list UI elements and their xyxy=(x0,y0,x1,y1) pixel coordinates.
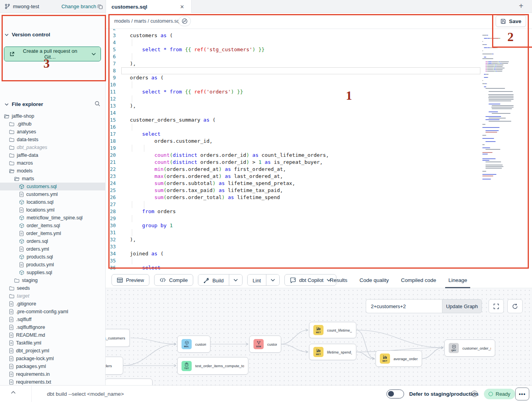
code-line-33[interactable]: 33 xyxy=(106,243,532,250)
code-line-17[interactable]: 17 select xyxy=(106,131,532,138)
tree-item-readme-md[interactable]: README.md xyxy=(0,331,105,339)
update-graph-button[interactable]: Update Graph xyxy=(442,299,482,313)
copilot-circle-button[interactable] xyxy=(178,16,191,26)
tree-item-orders-yml[interactable]: orders.yml xyxy=(0,245,105,253)
tree-item-customers-sql[interactable]: customers.sql xyxy=(0,183,105,190)
tree-item-analyses[interactable]: analyses xyxy=(0,128,105,136)
tab-lineage[interactable]: Lineage xyxy=(448,272,467,288)
code-line-18[interactable]: 18 orders.customer_id, xyxy=(106,138,532,145)
lint-dropdown[interactable] xyxy=(266,275,279,285)
code-line-28[interactable]: 28 from orders xyxy=(106,208,532,215)
tree-item-taskfile-yml[interactable]: Taskfile.yml xyxy=(0,339,105,347)
lineage-node-customer-order-metrics[interactable]: QRYcustomer_order_metrics xyxy=(444,339,495,357)
close-tab-icon[interactable]: ✕ xyxy=(178,3,186,11)
code-line-23[interactable]: 23 max(orders.ordered_at) as last_ordere… xyxy=(106,173,532,180)
code-line-3[interactable]: 3customers as ( xyxy=(106,32,532,39)
tree-item-order-items-sql[interactable]: order_items.sql xyxy=(0,222,105,230)
create-pr-button[interactable]: Create a pull request on Git… xyxy=(4,47,86,61)
new-tab-button[interactable]: + xyxy=(516,1,526,11)
branch-selector[interactable]: mwong-test xyxy=(5,0,39,13)
code-line-22[interactable]: 22 min(orders.ordered_at) as first_order… xyxy=(106,166,532,173)
tree-item-jaffle-shop[interactable]: jaffle-shop xyxy=(0,112,105,120)
code-line-27[interactable]: 27 xyxy=(106,201,532,208)
chevron-up-icon[interactable] xyxy=(11,391,16,394)
tree-item-products-sql[interactable]: products.sql xyxy=(0,253,105,261)
build-button[interactable]: Build xyxy=(198,275,229,286)
tree-item-supplies-sql[interactable]: supplies.sql xyxy=(0,269,105,276)
lineage-canvas[interactable]: stg_customersordersMDLcustomersTSTtest_o… xyxy=(106,288,532,385)
tab-compiled-code[interactable]: Compiled code xyxy=(401,272,436,288)
build-dropdown[interactable] xyxy=(229,275,242,285)
lineage-node-partial[interactable] xyxy=(106,379,153,385)
command-input[interactable] xyxy=(47,386,282,402)
tree-item-requirements-txt[interactable]: requirements.txt xyxy=(0,378,105,385)
tree-item-staging[interactable]: staging xyxy=(0,276,105,284)
lineage-node-orders[interactable]: orders xyxy=(106,357,123,375)
lineage-node-customers-semantic[interactable]: SEMcustomers xyxy=(249,336,281,353)
tree-item-order-items-yml[interactable]: order_items.yml xyxy=(0,230,105,237)
lineage-node-average-order-value[interactable]: METaverage_order_value xyxy=(376,350,422,367)
tree-item-customers-yml[interactable]: customers.yml xyxy=(0,190,105,198)
tab-customers-sql[interactable]: customers.sql ✕ xyxy=(106,0,192,13)
code-line-9[interactable]: 9orders as ( xyxy=(106,74,532,81)
code-line-31[interactable]: 31 xyxy=(106,229,532,236)
code-line-13[interactable]: 13), xyxy=(106,102,532,109)
tree-item-requirements-in[interactable]: requirements.in xyxy=(0,370,105,378)
tab-results[interactable]: Results xyxy=(330,272,347,288)
lineage-node-test-order-items[interactable]: TSTtest_order_items_compute_to_bools... xyxy=(177,357,248,375)
lineage-node-count-lifetime-orders[interactable]: METcount_lifetime_orders xyxy=(309,322,356,338)
code-line-16[interactable]: 16 xyxy=(106,124,532,131)
code-line-7[interactable]: 7), xyxy=(106,60,532,67)
tree-item-data-tests[interactable]: data-tests xyxy=(0,136,105,144)
save-button[interactable]: Save xyxy=(496,15,526,27)
tree-item--github[interactable]: .github xyxy=(0,120,105,128)
tree-item-products-yml[interactable]: products.yml xyxy=(0,261,105,269)
code-line-14[interactable]: 14 xyxy=(106,109,532,117)
lineage-node-lifetime-spend-pretax[interactable]: METlifetime_spend_pretax xyxy=(309,344,356,360)
dbt-copilot-button[interactable]: dbt Copilot xyxy=(284,274,336,286)
code-line-26[interactable]: 26 sum(orders.order_total) as lifetime_s… xyxy=(106,194,532,201)
code-line-11[interactable]: 11 select * from {{ ref('orders') }} xyxy=(106,88,532,95)
tree-item-metricflow-time-spine-sql[interactable]: metricflow_time_spine.sql xyxy=(0,214,105,222)
tree-item--sqlfluff[interactable]: .sqlfluff xyxy=(0,316,105,323)
code-line-2[interactable]: 2 xyxy=(106,29,532,32)
fullscreen-button[interactable] xyxy=(489,299,504,313)
refresh-button[interactable] xyxy=(507,299,523,313)
compile-button[interactable]: Compile xyxy=(154,274,193,286)
change-branch-link[interactable]: Change branch xyxy=(61,0,96,13)
code-line-35[interactable]: 35 xyxy=(106,257,532,264)
tree-item-packages-yml[interactable]: packages.yml xyxy=(0,363,105,370)
tree-item-locations-sql[interactable]: locations.sql xyxy=(0,198,105,206)
tree-item-seeds[interactable]: seeds xyxy=(0,284,105,292)
lineage-selector-input[interactable] xyxy=(366,299,442,313)
code-line-36[interactable]: 36 select xyxy=(106,264,532,271)
copy-icon[interactable] xyxy=(96,3,104,11)
code-line-29[interactable]: 29 xyxy=(106,215,532,222)
create-pr-dropdown[interactable] xyxy=(86,47,101,61)
code-line-21[interactable]: 21 count(distinct orders.order_id) > 1 a… xyxy=(106,159,532,166)
tree-item--sqlfluffignore[interactable]: .sqlfluffignore xyxy=(0,323,105,331)
code-line-8[interactable]: 8 xyxy=(106,67,532,74)
code-line-4[interactable]: 4 xyxy=(106,39,532,46)
preview-button[interactable]: Preview xyxy=(111,274,149,286)
code-line-34[interactable]: 34joined as ( xyxy=(106,250,532,257)
code-line-25[interactable]: 25 sum(orders.tax_paid) as lifetime_tax_… xyxy=(106,187,532,194)
search-icon[interactable] xyxy=(94,100,101,107)
code-line-6[interactable]: 6 xyxy=(106,53,532,60)
code-line-20[interactable]: 20 count(distinct orders.order_id) as co… xyxy=(106,152,532,159)
lineage-node-stg-customers[interactable]: stg_customers xyxy=(106,329,130,347)
help-icon[interactable]: ? xyxy=(471,391,478,397)
code-line-12[interactable]: 12 xyxy=(106,95,532,102)
lint-button[interactable]: Lint xyxy=(248,275,266,286)
tree-item-locations-yml[interactable]: locations.yml xyxy=(0,206,105,214)
lineage-node-customers-model[interactable]: MDLcustomers xyxy=(177,336,210,353)
code-line-5[interactable]: 5 select * from {{ ref('stg_customers') … xyxy=(106,46,532,53)
minimap[interactable] xyxy=(482,33,514,197)
code-line-30[interactable]: 30 group by 1 xyxy=(106,222,532,229)
defer-toggle[interactable] xyxy=(386,389,404,398)
tree-item-orders-sql[interactable]: orders.sql xyxy=(0,237,105,245)
code-line-19[interactable]: 19 xyxy=(106,145,532,152)
code-editor[interactable]: 23customers as (45 select * from {{ ref(… xyxy=(106,29,532,272)
tree-item-package-lock-yml[interactable]: package-lock.yml xyxy=(0,355,105,363)
tree-item-marts[interactable]: marts xyxy=(0,175,105,183)
